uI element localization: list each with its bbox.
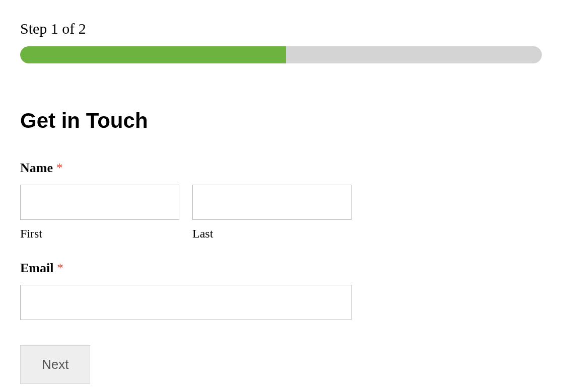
name-required-marker: *: [56, 161, 62, 175]
first-name-input[interactable]: [20, 185, 179, 220]
email-label-text: Email: [20, 261, 53, 275]
last-name-col: Last: [192, 185, 352, 241]
progress-bar: [20, 46, 542, 63]
progress-fill: [20, 46, 286, 63]
name-row: First Last: [20, 185, 542, 241]
first-name-sublabel: First: [20, 227, 179, 241]
email-required-marker: *: [57, 261, 63, 275]
email-field-group: Email *: [20, 261, 542, 320]
last-name-input[interactable]: [192, 185, 352, 220]
form-title: Get in Touch: [20, 109, 542, 133]
first-name-col: First: [20, 185, 179, 241]
step-indicator: Step 1 of 2: [20, 20, 542, 37]
name-label-text: Name: [20, 161, 53, 175]
email-label: Email *: [20, 261, 542, 276]
name-field-group: Name * First Last: [20, 161, 542, 241]
email-input[interactable]: [20, 285, 352, 320]
last-name-sublabel: Last: [192, 227, 352, 241]
name-label: Name *: [20, 161, 542, 176]
next-button[interactable]: Next: [20, 345, 90, 384]
